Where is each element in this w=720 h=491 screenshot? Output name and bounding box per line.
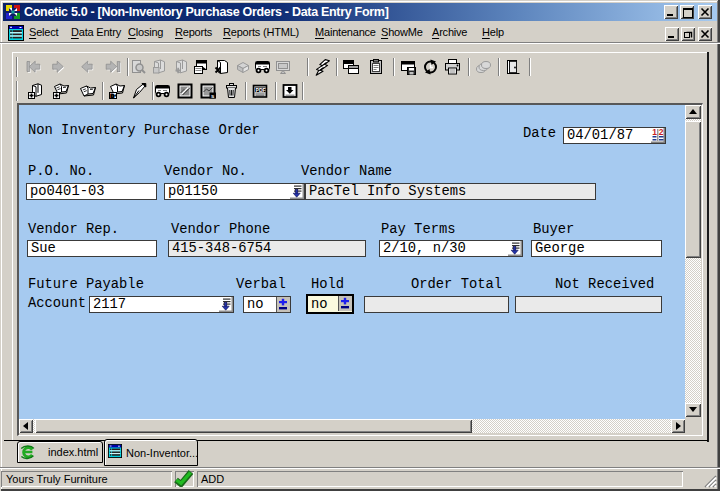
svg-text:p: p (110, 92, 114, 99)
svg-text:2: 2 (659, 128, 664, 137)
svg-text:PDF: PDF (255, 87, 265, 93)
svg-text:1: 1 (652, 128, 657, 137)
